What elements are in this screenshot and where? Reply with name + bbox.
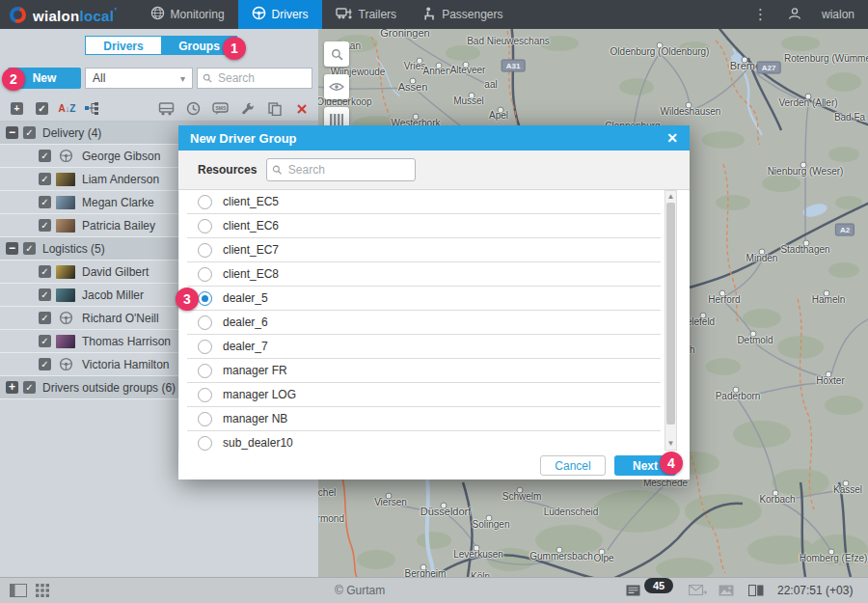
resource-radio[interactable] <box>198 340 212 354</box>
resource-radio[interactable] <box>198 388 212 402</box>
user-name[interactable]: wialon <box>822 8 854 21</box>
driver-checkbox[interactable]: ✓ <box>39 288 51 301</box>
collapse-icon[interactable]: − <box>6 242 18 255</box>
work-time-icon[interactable] <box>185 100 202 117</box>
driver-checkbox[interactable]: ✓ <box>39 196 51 208</box>
driver-checkbox[interactable]: ✓ <box>39 358 51 370</box>
resource-search-input[interactable] <box>286 162 411 178</box>
sidebar-search-input[interactable] <box>216 70 307 86</box>
messages-icon[interactable] <box>689 578 707 603</box>
resource-name: manager LOG <box>223 388 296 401</box>
monitoring-icon <box>150 6 165 23</box>
assign-unit-icon[interactable] <box>158 100 175 117</box>
settings-wrench-icon[interactable] <box>239 100 256 117</box>
resource-row[interactable]: client_EC6 <box>187 214 661 238</box>
tab-drivers[interactable]: Drivers <box>85 36 161 55</box>
expand-icon[interactable]: + <box>6 381 18 394</box>
driver-name: Richard O'Neill <box>82 312 159 325</box>
resource-radio[interactable] <box>198 219 212 233</box>
resource-radio[interactable] <box>198 412 212 426</box>
nav-passengers[interactable]: Passengers <box>410 0 516 29</box>
scroll-down-icon[interactable]: ▼ <box>665 439 676 449</box>
scroll-thumb[interactable] <box>666 203 675 425</box>
search-icon <box>331 48 343 61</box>
nav-monitoring[interactable]: Monitoring <box>137 0 238 29</box>
resource-row[interactable]: manager LOG <box>187 383 661 407</box>
dialog-footer: Cancel Next <box>178 451 690 480</box>
driver-checkbox[interactable]: ✓ <box>39 150 51 162</box>
resource-radio[interactable] <box>198 315 212 330</box>
drivers-icon <box>252 6 266 23</box>
group-checkbox[interactable]: ✓ <box>23 126 36 139</box>
close-icon[interactable]: ✕ <box>666 130 678 146</box>
collapse-panel-icon[interactable] <box>10 578 27 603</box>
media-icon[interactable] <box>719 578 734 603</box>
driver-checkbox[interactable]: ✓ <box>39 335 51 347</box>
expand-all-icon[interactable]: + <box>9 100 25 117</box>
delete-icon[interactable] <box>293 100 310 117</box>
step-badge-4: 4 <box>660 452 683 475</box>
map-city-label: Düsseldorf <box>420 506 472 517</box>
clock-time: 22:07:51 (+03) <box>777 578 853 603</box>
resource-row[interactable]: manager FR <box>187 359 661 383</box>
map-city-label: Oldenburg (Oldenburg) <box>610 46 710 57</box>
resource-radio[interactable] <box>198 267 212 282</box>
map-city-label: aal <box>484 79 497 90</box>
user-icon[interactable] <box>787 6 802 24</box>
map-city-label: Apel <box>489 110 508 121</box>
driver-checkbox[interactable]: ✓ <box>39 219 51 232</box>
notifications-count-badge[interactable]: 45 <box>644 578 673 593</box>
resource-row[interactable]: client_EC7 <box>187 238 661 262</box>
more-menu-icon[interactable]: ⋮ <box>753 10 768 19</box>
notifications-icon[interactable] <box>626 578 640 603</box>
resource-row[interactable]: dealer_5 <box>187 287 661 311</box>
resource-row[interactable]: manager NB <box>187 407 661 431</box>
resource-radio[interactable] <box>198 243 212 258</box>
resource-row[interactable]: client_EC8 <box>187 262 661 287</box>
driver-checkbox[interactable]: ✓ <box>39 312 51 324</box>
nav-drivers[interactable]: Drivers <box>238 0 322 29</box>
map-city-label: Solingen <box>473 519 510 530</box>
map-search-button[interactable] <box>324 41 349 67</box>
road-shield: A2 <box>835 224 854 236</box>
step-badge-1: 1 <box>223 37 246 60</box>
resource-radio[interactable] <box>198 195 212 209</box>
scrollbar[interactable]: ▲ ▼ <box>665 190 677 451</box>
resource-name: dealer_5 <box>223 291 268 305</box>
map-city-label: Höxter <box>816 375 844 386</box>
resource-radio[interactable] <box>198 291 212 306</box>
resource-row[interactable]: sub_dealer10 <box>187 431 661 451</box>
map-visibility-button[interactable] <box>324 74 349 99</box>
layout-panels-icon[interactable] <box>748 578 764 603</box>
copy-icon[interactable] <box>266 100 283 117</box>
group-checkbox[interactable]: ✓ <box>23 242 36 255</box>
resource-filter-select[interactable]: All ▾ <box>85 68 193 89</box>
driver-photo <box>56 265 75 279</box>
sms-icon[interactable]: SMS <box>212 100 229 117</box>
resource-radio[interactable] <box>198 436 212 451</box>
select-all-icon[interactable]: ✓ <box>34 100 50 117</box>
nav-trailers[interactable]: Trailers <box>322 0 411 29</box>
apps-grid-icon[interactable] <box>36 578 49 603</box>
driver-name: Thomas Harrison <box>82 335 171 348</box>
collapse-icon[interactable]: − <box>6 126 18 139</box>
resource-radio[interactable] <box>198 364 212 378</box>
resource-filter-value: All <box>93 71 105 85</box>
group-checkbox[interactable]: ✓ <box>23 381 36 394</box>
cancel-button[interactable]: Cancel <box>540 455 606 476</box>
scroll-up-icon[interactable]: ▲ <box>665 192 676 202</box>
resource-name: sub_dealer10 <box>223 436 293 450</box>
nav-label: Drivers <box>272 8 309 21</box>
map-city-label: ermond <box>318 513 344 524</box>
driver-checkbox[interactable]: ✓ <box>39 265 51 278</box>
resource-row[interactable]: dealer_7 <box>187 335 661 359</box>
resource-row[interactable]: client_EC5 <box>187 190 661 214</box>
sort-az-icon[interactable]: A↓Z <box>59 100 75 117</box>
map-city-label: Detmold <box>737 335 773 345</box>
resource-row[interactable]: dealer_6 <box>187 311 661 335</box>
resource-name: client_EC7 <box>223 243 279 257</box>
step-badge-3: 3 <box>176 288 199 311</box>
group-name: Drivers outside groups (6) <box>42 381 176 395</box>
groups-structure-icon[interactable] <box>84 100 100 117</box>
driver-checkbox[interactable]: ✓ <box>39 173 51 185</box>
